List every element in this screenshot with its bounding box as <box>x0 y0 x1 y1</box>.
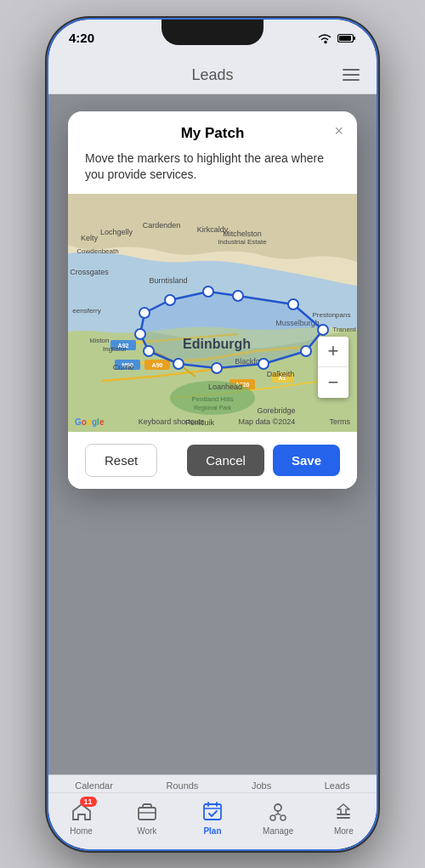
svg-text:Burntisland: Burntisland <box>149 276 187 285</box>
tab-work[interactable]: Work <box>122 800 173 836</box>
tab-more[interactable]: More <box>318 800 369 836</box>
svg-point-50 <box>139 308 150 318</box>
svg-text:Mitchelston: Mitchelston <box>223 230 262 238</box>
svg-point-49 <box>135 329 145 339</box>
tab-plan[interactable]: Plan <box>187 800 238 836</box>
map-attribution: G o o g l e Keyboard shortcuts Map data … <box>68 417 357 427</box>
svg-point-47 <box>173 359 184 369</box>
svg-text:Currie: Currie <box>113 363 134 372</box>
wifi-icon <box>317 32 332 44</box>
modal-subtitle: Move the markers to highlight the area w… <box>68 150 357 194</box>
work-icon <box>135 800 159 824</box>
svg-text:Loanhead: Loanhead <box>208 383 242 391</box>
svg-text:Inglistor: Inglistor <box>103 345 127 353</box>
main-content: My Patch × Move the markers to highlight… <box>48 94 377 774</box>
status-bar: 4:20 <box>48 20 377 57</box>
more-icon <box>332 800 355 824</box>
save-button[interactable]: Save <box>273 445 340 476</box>
status-time: 4:20 <box>69 31 94 45</box>
svg-text:Kirkcaldy: Kirkcaldy <box>197 225 229 234</box>
svg-text:Prestonpans: Prestonpans <box>313 311 351 319</box>
svg-rect-1 <box>339 36 351 41</box>
reset-button[interactable]: Reset <box>85 444 157 477</box>
phone-screen: 4:20 Leads <box>48 20 377 849</box>
svg-text:Cardenden: Cardenden <box>143 221 181 230</box>
tab-more-label: More <box>334 826 354 836</box>
map-terms-label[interactable]: Terms <box>329 417 350 426</box>
tab-top-jobs[interactable]: Jobs <box>252 780 271 791</box>
svg-point-57 <box>280 815 286 820</box>
svg-text:Gorebridge: Gorebridge <box>257 406 295 415</box>
svg-text:kliston: kliston <box>90 337 110 344</box>
tab-top-rounds[interactable]: Rounds <box>166 780 198 791</box>
svg-point-56 <box>270 815 275 820</box>
notch <box>162 20 264 45</box>
tab-manage[interactable]: Manage <box>252 800 303 836</box>
modal-overlay: My Patch × Move the markers to highlight… <box>48 94 377 774</box>
svg-rect-2 <box>354 37 355 40</box>
tab-top-calendar[interactable]: Calendar <box>75 780 113 791</box>
battery-icon <box>337 33 356 43</box>
svg-point-43 <box>318 325 328 335</box>
tab-plan-label: Plan <box>203 826 221 836</box>
svg-point-52 <box>203 286 213 297</box>
modal-close-button[interactable]: × <box>334 123 343 139</box>
svg-point-46 <box>212 363 222 373</box>
tab-bar: Calendar Rounds Jobs Leads 11 Home <box>48 774 377 849</box>
svg-text:Lochgelly: Lochgelly <box>100 228 133 236</box>
tab-manage-label: Manage <box>263 826 293 836</box>
modal-title: My Patch <box>181 125 245 142</box>
modal-footer: Reset Cancel Save <box>68 432 357 489</box>
svg-text:Cowdenbeath: Cowdenbeath <box>76 247 118 255</box>
map-svg: A92 M90 A90 A720 A1 Pentland Hills <box>68 194 357 432</box>
tab-work-label: Work <box>137 826 156 836</box>
svg-text:Regional Park: Regional Park <box>194 405 231 411</box>
map-zoom-controls: + − <box>318 337 348 398</box>
svg-point-42 <box>288 299 298 309</box>
svg-point-44 <box>301 346 311 356</box>
svg-text:eensferry: eensferry <box>72 307 100 315</box>
svg-point-41 <box>233 291 243 301</box>
tab-bar-top-row: Calendar Rounds Jobs Leads <box>48 775 377 793</box>
svg-text:A90: A90 <box>152 362 163 368</box>
google-logo: G o o g l e <box>75 417 104 427</box>
action-buttons: Cancel Save <box>187 445 340 476</box>
svg-point-55 <box>275 804 281 811</box>
menu-icon[interactable] <box>343 69 360 81</box>
svg-point-51 <box>165 295 175 305</box>
home-badge: 11 <box>80 797 97 807</box>
svg-text:Industrial Estate: Industrial Estate <box>218 238 267 246</box>
map-data-label: Map data ©2024 <box>239 417 296 426</box>
phone-frame: 4:20 Leads <box>47 18 378 851</box>
tab-top-leads[interactable]: Leads <box>325 780 350 791</box>
svg-point-45 <box>258 359 269 369</box>
nav-title: Leads <box>191 66 233 84</box>
status-icons <box>317 32 356 44</box>
manage-icon <box>266 800 290 824</box>
svg-point-48 <box>144 346 154 356</box>
zoom-in-button[interactable]: + <box>318 337 348 367</box>
svg-text:Crossgates: Crossgates <box>70 268 109 276</box>
modal: My Patch × Move the markers to highlight… <box>68 111 357 489</box>
map-container[interactable]: A92 M90 A90 A720 A1 Pentland Hills <box>68 194 357 432</box>
svg-rect-53 <box>139 808 156 820</box>
svg-text:Pentland Hills: Pentland Hills <box>192 395 234 403</box>
modal-header: My Patch × <box>68 111 357 150</box>
svg-rect-54 <box>204 804 221 820</box>
svg-text:Kelty: Kelty <box>81 234 99 242</box>
home-icon: 11 <box>70 800 94 824</box>
svg-text:Tranent: Tranent <box>332 326 356 333</box>
zoom-out-button[interactable]: − <box>318 367 348 398</box>
svg-text:Dalkeith: Dalkeith <box>267 370 295 378</box>
plan-icon <box>201 800 224 824</box>
tab-bar-bottom-row: 11 Home Work <box>48 793 377 849</box>
tab-home[interactable]: 11 Home <box>56 800 107 836</box>
tab-home-label: Home <box>70 826 93 836</box>
cancel-button[interactable]: Cancel <box>187 445 264 476</box>
map-keyboard-label: Keyboard shortcuts <box>139 417 205 426</box>
top-nav: Leads <box>48 57 377 94</box>
